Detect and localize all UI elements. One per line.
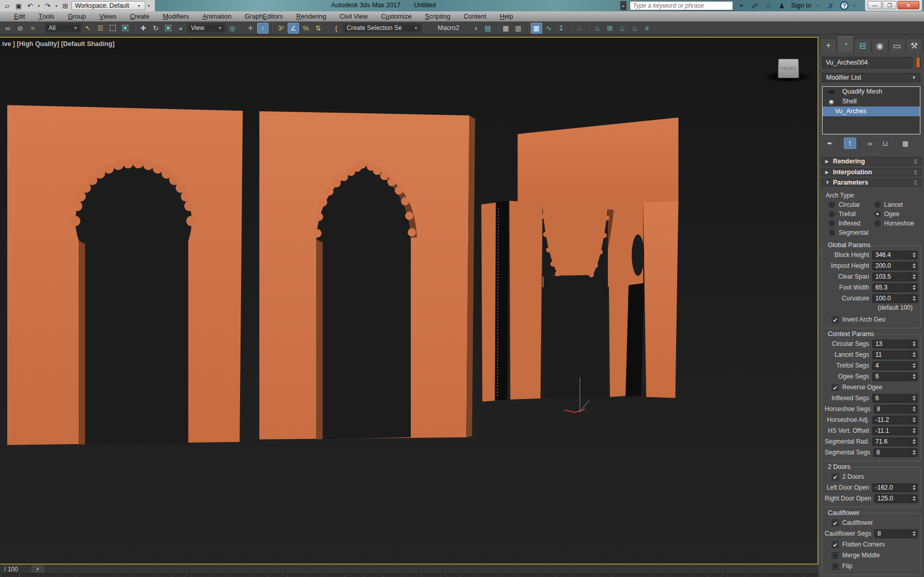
arch-type-circular-radio[interactable] [829,202,835,208]
menu-civil-view[interactable]: Civil View [333,11,374,22]
foot-width-spinner[interactable] [911,284,917,292]
flip-checkbox[interactable] [832,563,839,570]
viewport[interactable]: ive ] [High Quality] [Default Shading] F… [0,37,818,565]
arch-type-inflexed-radio[interactable] [829,220,835,226]
circular-segs-field[interactable]: 13 [872,340,918,348]
a360-render-icon[interactable]: # [642,23,653,34]
viewport-label[interactable]: ive ] [High Quality] [Default Shading] [2,40,114,48]
curve-editor-icon[interactable]: ∿ [543,23,555,34]
snaps-toggle-3d-icon[interactable]: 3² [275,23,287,34]
minimize-button[interactable]: — [868,1,882,9]
impost-height-spinner[interactable] [911,262,917,270]
macro-button[interactable]: Macro2 [428,24,469,32]
object-name-field[interactable] [822,57,913,68]
render-iterative-icon[interactable]: ♨ [629,23,640,34]
ogee-segs-field[interactable]: 6 [872,372,918,381]
unlink-selection-icon[interactable]: ⊘ [14,23,26,34]
render-production-icon[interactable]: ♨ [617,23,628,34]
use-pivot-center-icon[interactable]: ◎ [227,23,238,34]
block-height-field[interactable]: 346.4 [872,251,918,260]
select-and-manipulate-icon[interactable]: ✛ [245,23,256,34]
ogee-segs-spinner[interactable] [911,373,917,381]
tab-display[interactable]: ▭ [889,38,905,52]
viewcube[interactable]: FRONT [778,59,799,78]
inflexed-segs-field[interactable]: 6 [872,394,918,403]
curvature-spinner[interactable] [911,295,917,302]
edit-named-selection-sets-icon[interactable]: { [331,23,342,34]
cauliflower-checkbox[interactable]: ✔ [832,520,839,526]
qat-customize-caret-icon[interactable]: ▾ [146,4,152,8]
2-doors-checkbox[interactable]: ✔ [832,474,839,480]
object-color-swatch[interactable] [916,57,920,68]
remove-modifier-button[interactable]: ⊔ [879,138,891,149]
lancet-segs-spinner[interactable] [911,351,917,359]
modifier-list-dropdown[interactable]: Modifier List ▼ [822,73,920,82]
rect-selection-region-icon[interactable] [110,25,116,31]
menu-customize[interactable]: Customize [374,11,418,22]
tab-motion[interactable]: ◉ [872,38,888,52]
keyboard-shortcut-override-icon[interactable]: ↑ [257,23,269,34]
mirror-icon[interactable]: ◑ [470,23,481,34]
favorites-star-icon[interactable]: ☆ [763,2,773,10]
undo-history-caret-icon[interactable]: ▾ [36,4,41,8]
select-and-rotate-icon[interactable]: ↻ [150,23,161,34]
horseshoe-segs-spinner[interactable] [911,405,917,413]
user-icon[interactable]: ♟ [777,2,787,10]
menu-scripting[interactable]: Scripting [418,11,457,22]
curvature-field[interactable]: 100.0 [872,294,918,303]
search-icon[interactable]: ⌖ [736,2,747,10]
left-door-open-spinner[interactable] [911,484,917,492]
clear-span-spinner[interactable] [911,273,917,281]
select-and-scale-icon[interactable] [165,25,171,31]
show-end-result-button[interactable]: ⊺ [844,138,856,149]
rollout-drag-handle-icon[interactable] [818,151,924,156]
workspace-dropdown[interactable]: Workspace: Default ▾ [71,1,145,10]
horseshoe-adj-field[interactable]: -11.2 [872,416,918,424]
angle-snap-icon[interactable]: ∠ [288,23,299,34]
restore-button[interactable]: ❐ [883,1,897,9]
help-icon[interactable]: ? [840,2,848,10]
cauliflower-segs-spinner[interactable] [911,530,917,538]
rollout-rendering[interactable]: ▶ Rendering [821,157,921,165]
arch-type-lancet-radio[interactable] [874,202,881,208]
arch-type-ogee-radio[interactable] [874,211,881,217]
left-door-open-field[interactable]: -162.0 [872,483,918,492]
menu-modifiers[interactable]: Modifiers [156,11,196,22]
communication-center-icon[interactable]: ☍ [750,2,760,10]
menu-graph-editors[interactable]: Graph Editors [238,11,290,22]
trefoil-segs-field[interactable]: 4 [872,361,918,370]
menu-rendering[interactable]: Rendering [290,11,333,22]
horseshoe-adj-spinner[interactable] [911,416,917,424]
search-input[interactable] [630,1,733,10]
align-icon[interactable]: ▤ [482,23,494,34]
rollout-parameters[interactable]: ▼ Parameters [821,178,921,187]
tab-create[interactable]: + [820,38,837,52]
open-file-icon[interactable]: ▱ [2,1,12,10]
stack-row-shell[interactable]: ◉Shell [823,97,920,107]
tab-hierarchy[interactable]: ⊟ [854,38,871,52]
spinner-snap-icon[interactable]: ⇅ [312,23,324,34]
sign-in-button[interactable]: Sign In [790,2,812,9]
horseshoe-segs-field[interactable]: 8 [874,405,918,414]
impost-height-field[interactable]: 200.0 [872,262,918,270]
configure-modifier-sets-button[interactable]: ▦ [899,138,912,149]
arch-type-segmental-radio[interactable] [829,230,835,236]
undo-icon[interactable]: ↶ [25,1,35,10]
segmental-rad-spinner[interactable] [911,438,917,446]
lamp-icon[interactable] [825,89,838,94]
menu-group[interactable]: Group [61,11,93,22]
project-toggle-icon[interactable]: ⊞ [60,1,70,10]
clear-span-field[interactable]: 103.5 [872,272,918,281]
select-and-link-icon[interactable]: ∞ [2,23,13,34]
make-unique-button[interactable]: ∞ [864,138,876,149]
reference-coordinate-dropdown[interactable]: View▼ [187,23,226,33]
named-selection-set-dropdown[interactable]: Create Selection Se▼ [343,23,422,33]
redo-icon[interactable]: ↷ [42,1,53,10]
track-sets-icon[interactable]: ∴ [574,23,585,34]
select-and-place-icon[interactable]: ◕ [175,23,186,34]
lancet-segs-field[interactable]: 11 [872,351,918,359]
block-height-spinner[interactable] [911,251,917,259]
merge-middle-checkbox[interactable] [832,552,839,559]
arch-type-horseshoe-radio[interactable] [874,220,881,226]
next-frame-button[interactable]: > [32,566,44,572]
